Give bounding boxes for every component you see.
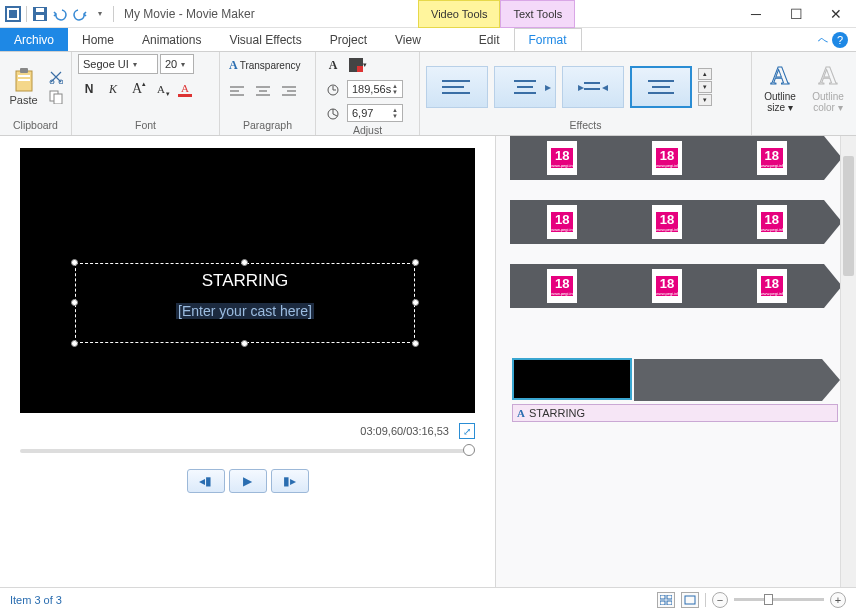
title-bar: ▾ My Movie - Movie Maker Video Tools Tex… <box>0 0 856 28</box>
shrink-font-button[interactable]: A▾ <box>150 78 172 100</box>
ribbon-group-effects: ▸ ▸◂ ▴ ▾ ▾ Effects <box>420 52 752 135</box>
seek-thumb[interactable] <box>463 444 475 456</box>
save-icon[interactable] <box>31 5 49 23</box>
app-icon[interactable] <box>4 5 22 23</box>
align-left-button[interactable] <box>226 80 248 102</box>
paste-button[interactable]: Paste <box>6 68 41 106</box>
resize-handle-tm[interactable] <box>241 259 248 266</box>
caption-track[interactable]: A STARRING <box>512 404 838 422</box>
resize-handle-br[interactable] <box>412 340 419 347</box>
ribbon-group-adjust: A ▾ 189,56s▲▼ 6,97▲▼ Adjust <box>316 52 420 135</box>
duration-input[interactable]: 6,97▲▼ <box>347 104 403 122</box>
caption-a-icon: A <box>517 407 525 419</box>
time-display: 03:09,60/03:16,53 <box>360 425 449 437</box>
close-button[interactable]: ✕ <box>816 0 856 28</box>
resize-handle-bl[interactable] <box>71 340 78 347</box>
title-clip-tail[interactable] <box>634 359 822 401</box>
effect-scroll-up[interactable]: ▴ <box>698 68 712 80</box>
tab-home[interactable]: Home <box>68 28 128 51</box>
timeline-scrollbar[interactable] <box>840 136 856 587</box>
background-color-icon[interactable]: ▾ <box>347 54 369 76</box>
effect-item-2[interactable]: ▸ <box>494 66 556 108</box>
font-color-button[interactable]: A <box>174 78 196 100</box>
qat-dropdown-icon[interactable]: ▾ <box>91 5 109 23</box>
tab-animations[interactable]: Animations <box>128 28 215 51</box>
tab-project[interactable]: Project <box>316 28 381 51</box>
resize-handle-tl[interactable] <box>71 259 78 266</box>
tab-file[interactable]: Archivo <box>0 28 68 51</box>
zoom-in-button[interactable]: + <box>830 592 846 608</box>
align-right-button[interactable] <box>278 80 300 102</box>
zoom-slider[interactable] <box>734 598 824 601</box>
undo-icon[interactable] <box>51 5 69 23</box>
timeline-pane: 18www.pegi.info 18www.pegi.info 18www.pe… <box>495 136 856 587</box>
font-size-combo[interactable]: 20▾ <box>160 54 194 74</box>
window-title: My Movie - Movie Maker <box>124 7 255 21</box>
scrollbar-thumb[interactable] <box>843 156 854 276</box>
font-family-combo[interactable]: Segoe UI▾ <box>78 54 158 74</box>
resize-handle-bm[interactable] <box>241 340 248 347</box>
start-time-input[interactable]: 189,56s▲▼ <box>347 80 403 98</box>
help-icon[interactable]: ? <box>832 32 848 48</box>
resize-handle-ml[interactable] <box>71 299 78 306</box>
title-clip-row[interactable]: A STARRING <box>510 358 842 402</box>
effect-item-3[interactable]: ▸◂ <box>562 66 624 108</box>
font-group-label: Font <box>78 119 213 133</box>
title-clip-selected[interactable] <box>512 358 632 400</box>
play-button[interactable]: ▶ <box>229 469 267 493</box>
minimize-button[interactable]: ─ <box>736 0 776 28</box>
clip-thumb: 18www.pegi.info <box>652 205 682 239</box>
cut-icon[interactable] <box>47 68 65 86</box>
effect-scroll-down[interactable]: ▾ <box>698 81 712 93</box>
grow-font-button[interactable]: A▴ <box>126 78 148 100</box>
thumbnail-size-small-icon[interactable] <box>657 592 675 608</box>
window-buttons: ─ ☐ ✕ <box>736 0 856 28</box>
zoom-thumb[interactable] <box>764 594 773 605</box>
next-frame-button[interactable]: ▮▸ <box>271 469 309 493</box>
italic-button[interactable]: K <box>102 78 124 100</box>
tab-edit[interactable]: Edit <box>465 28 514 51</box>
resize-handle-tr[interactable] <box>412 259 419 266</box>
transparency-button[interactable]: ATransparency <box>226 54 303 76</box>
ribbon-group-font: Segoe UI▾ 20▾ N K A▴ A▾ A Font <box>72 52 220 135</box>
tab-view[interactable]: View <box>381 28 435 51</box>
svg-rect-4 <box>36 8 44 12</box>
seek-bar[interactable] <box>20 449 475 453</box>
tab-format[interactable]: Format <box>514 28 582 51</box>
transparency-label: Transparency <box>240 60 301 71</box>
svg-rect-9 <box>18 79 30 81</box>
ribbon-collapse-icon[interactable]: へ <box>818 33 828 47</box>
clip-thumb: 18www.pegi.info <box>652 269 682 303</box>
maximize-button[interactable]: ☐ <box>776 0 816 28</box>
prev-frame-button[interactable]: ◂▮ <box>187 469 225 493</box>
effect-item-1[interactable] <box>426 66 488 108</box>
resize-handle-mr[interactable] <box>412 299 419 306</box>
clip-row-2[interactable]: 18www.pegi.info 18www.pegi.info 18www.pe… <box>510 200 842 244</box>
effect-gallery-expand[interactable]: ▾ <box>698 94 712 106</box>
context-tab-text[interactable]: Text Tools <box>500 0 575 28</box>
zoom-out-button[interactable]: − <box>712 592 728 608</box>
text-frame[interactable]: STARRING [Enter your cast here] <box>75 263 415 343</box>
effects-group-label: Effects <box>426 119 745 133</box>
outline-color-button[interactable]: A Outline color ▾ <box>806 61 850 113</box>
copy-icon[interactable] <box>47 88 65 106</box>
clip-row-1[interactable]: 18www.pegi.info 18www.pegi.info 18www.pe… <box>510 136 842 180</box>
start-time-icon <box>322 78 344 100</box>
outline-size-button[interactable]: A Outline size ▾ <box>758 61 802 113</box>
thumbnail-size-large-icon[interactable] <box>681 592 699 608</box>
fullscreen-icon[interactable]: ⤢ <box>459 423 475 439</box>
effect-gallery-scroll: ▴ ▾ ▾ <box>698 68 712 106</box>
align-center-button[interactable] <box>252 80 274 102</box>
ribbon-group-paragraph: ATransparency Paragraph <box>220 52 316 135</box>
preview-canvas[interactable]: STARRING [Enter your cast here] <box>20 148 475 413</box>
context-tab-video[interactable]: Video Tools <box>418 0 500 28</box>
effect-item-4[interactable] <box>630 66 692 108</box>
paragraph-group-label: Paragraph <box>226 119 309 133</box>
svg-rect-2 <box>9 10 17 18</box>
bold-button[interactable]: N <box>78 78 100 100</box>
edit-text-icon[interactable]: A <box>322 54 344 76</box>
clip-row-3[interactable]: 18www.pegi.info 18www.pegi.info 18www.pe… <box>510 264 842 308</box>
main-area: STARRING [Enter your cast here] 03:09,60… <box>0 136 856 587</box>
tab-visual-effects[interactable]: Visual Effects <box>215 28 315 51</box>
redo-icon[interactable] <box>71 5 89 23</box>
